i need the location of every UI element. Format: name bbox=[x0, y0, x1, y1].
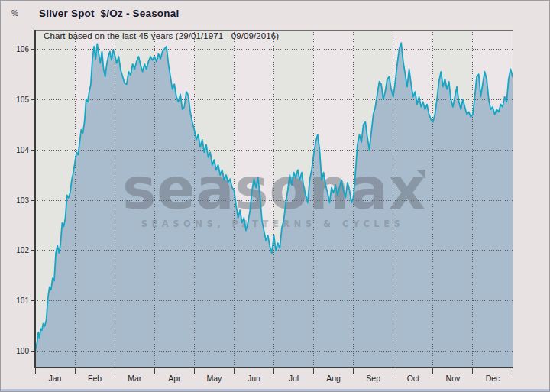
y-axis-labels: 100101102103104105106 bbox=[16, 45, 29, 356]
svg-text:Sep: Sep bbox=[366, 374, 380, 383]
svg-text:Jun: Jun bbox=[247, 374, 260, 383]
svg-text:May: May bbox=[206, 374, 222, 383]
chart-annotation: Chart based on the last 45 years (29/01/… bbox=[44, 31, 279, 40]
watermark-tagline: SEASONS, PATTERNS & CYCLES bbox=[141, 219, 405, 229]
svg-text:Jul: Jul bbox=[289, 374, 299, 383]
svg-text:Jan: Jan bbox=[49, 374, 62, 383]
seasonax-chart-window: % Silver Spot $/Oz - Seasonal Chart base… bbox=[0, 0, 550, 392]
svg-text:Dec: Dec bbox=[486, 374, 500, 383]
svg-text:106: 106 bbox=[16, 45, 29, 53]
svg-text:105: 105 bbox=[16, 96, 29, 104]
svg-text:Mar: Mar bbox=[128, 374, 142, 383]
svg-text:Nov: Nov bbox=[446, 374, 461, 383]
svg-text:Apr: Apr bbox=[168, 374, 181, 383]
seasonax-watermark: seasonaxSEASONS, PATTERNS & CYCLES bbox=[122, 156, 425, 229]
x-axis-labels: JanFebMarAprMayJunJulAugSepOctNovDec bbox=[49, 374, 500, 383]
svg-text:Aug: Aug bbox=[326, 374, 341, 383]
svg-text:Oct: Oct bbox=[407, 374, 419, 383]
svg-text:102: 102 bbox=[16, 246, 29, 254]
svg-text:100: 100 bbox=[16, 347, 29, 355]
svg-text:103: 103 bbox=[16, 196, 29, 205]
svg-text:Feb: Feb bbox=[88, 374, 102, 383]
svg-text:101: 101 bbox=[16, 296, 29, 305]
svg-text:104: 104 bbox=[16, 146, 29, 154]
seasonal-chart-canvas[interactable]: seasonaxSEASONS, PATTERNS & CYCLES100101… bbox=[1, 1, 550, 392]
watermark-wordmark: seasonax bbox=[122, 156, 425, 222]
